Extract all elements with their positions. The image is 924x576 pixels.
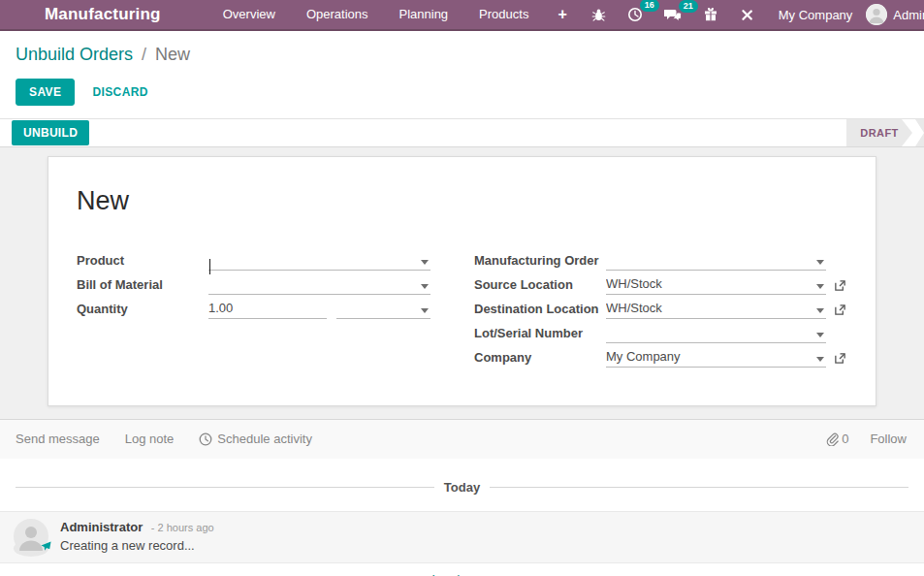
systray: 16 21 My Company (581, 4, 924, 25)
control-panel: Unbuild Orders / New SAVE DISCARD (0, 31, 924, 118)
message-avatar (14, 519, 48, 554)
quantity-value: 1.00 (208, 301, 327, 316)
note-plane-icon (41, 538, 51, 556)
gift-icon (703, 7, 718, 22)
quantity-field[interactable]: 1.00 (208, 301, 327, 319)
status-arrow-sliver (915, 119, 924, 146)
dropdown-caret-icon[interactable] (816, 308, 824, 313)
gift-button[interactable] (692, 7, 729, 22)
bill-of-material-label: Bill of Material (77, 277, 208, 295)
top-navbar: Manufacturing Overview Operations Planni… (0, 0, 924, 31)
chatter-right-tools: 0 Follow (826, 432, 908, 446)
field-row-company: Company My Company (474, 343, 847, 368)
plus-menu-button[interactable]: + (544, 6, 580, 23)
source-location-label: Source Location (474, 277, 606, 295)
field-row-lot-serial-number: Lot/Serial Number (474, 319, 847, 343)
form-column-left: Product Bill of Material Quantity (77, 246, 430, 368)
message-author[interactable]: Administrator (60, 520, 143, 534)
apps-grid-icon[interactable] (10, 7, 14, 23)
quantity-widget: 1.00 (208, 301, 430, 319)
activities-button[interactable]: 16 (617, 7, 653, 22)
date-divider-label: Today (434, 480, 490, 495)
send-message-button[interactable]: Send message (16, 432, 100, 446)
field-row-quantity: Quantity 1.00 (77, 295, 430, 319)
unbuild-button[interactable]: UNBUILD (12, 120, 89, 145)
tools-button[interactable] (729, 8, 765, 22)
field-row-product: Product (77, 246, 430, 271)
statusbar: UNBUILD DRAFT (0, 118, 924, 147)
menu-item-operations[interactable]: Operations (291, 0, 384, 30)
external-link-icon[interactable] (834, 304, 846, 316)
form-column-right: Manufacturing Order Source Location WH/S… (474, 246, 847, 368)
chatter: Send message Log note Schedule activity … (0, 419, 924, 576)
message: Administrator - 2 hours ago Creating a n… (0, 511, 924, 563)
lot-serial-number-field[interactable] (606, 333, 826, 343)
date-divider: Today (0, 480, 924, 495)
debug-button[interactable] (581, 8, 617, 22)
log-note-button[interactable]: Log note (125, 432, 175, 446)
uom-field[interactable] (336, 308, 430, 319)
menu-item-overview[interactable]: Overview (207, 0, 291, 30)
user-menu[interactable]: Administrator ( (866, 4, 924, 25)
log-note-label: Log note (125, 432, 175, 446)
chatter-toolbar: Send message Log note Schedule activity … (0, 419, 924, 459)
record-title: New (77, 186, 847, 216)
dropdown-caret-icon[interactable] (421, 308, 429, 313)
breadcrumb-unbuild-orders[interactable]: Unbuild Orders (16, 45, 133, 64)
dropdown-caret-icon[interactable] (816, 357, 824, 362)
external-link-icon[interactable] (834, 352, 846, 365)
message-body: Creating a new record... (60, 537, 214, 554)
status-badge-draft: DRAFT (846, 119, 912, 146)
tools-icon (740, 8, 754, 22)
schedule-activity-button[interactable]: Schedule activity (199, 432, 312, 446)
load-more-link[interactable]: Load more (0, 572, 924, 576)
messages-button[interactable]: 21 (653, 8, 692, 22)
menu-item-products[interactable]: Products (463, 0, 544, 30)
company-label: Company (474, 350, 606, 368)
company-value: My Company (606, 349, 812, 365)
app-title[interactable]: Manufacturing (45, 5, 161, 24)
manufacturing-order-field[interactable] (606, 260, 826, 271)
destination-location-label: Destination Location (474, 302, 606, 319)
follow-button[interactable]: Follow (870, 432, 907, 446)
breadcrumb-current: New (155, 45, 190, 64)
bill-of-material-field[interactable] (208, 284, 430, 295)
field-row-manufacturing-order: Manufacturing Order (474, 246, 847, 271)
source-location-value: WH/Stock (606, 276, 812, 292)
source-location-field[interactable]: WH/Stock (606, 276, 826, 295)
send-message-label: Send message (16, 432, 100, 446)
company-switcher[interactable]: My Company (765, 8, 867, 22)
quantity-label: Quantity (77, 302, 208, 319)
schedule-activity-label: Schedule activity (217, 432, 312, 446)
product-label: Product (77, 253, 208, 271)
dropdown-caret-icon[interactable] (421, 260, 429, 265)
dropdown-caret-icon[interactable] (421, 284, 429, 289)
product-field[interactable] (208, 260, 430, 271)
field-row-source-location: Source Location WH/Stock (474, 271, 847, 295)
external-link-icon[interactable] (834, 279, 846, 292)
message-content: Administrator - 2 hours ago Creating a n… (60, 519, 214, 554)
bug-icon (591, 8, 606, 22)
clock-icon (199, 432, 212, 446)
main-menu: Overview Operations Planning Products + (207, 0, 581, 30)
form-grid: Product Bill of Material Quantity (77, 246, 847, 368)
user-name: Administrator ( (893, 8, 924, 22)
form-sheet: New Product Bill of Material (48, 156, 876, 406)
discard-button[interactable]: DISCARD (92, 85, 147, 99)
form-view: New Product Bill of Material (0, 147, 924, 419)
attachments-button[interactable]: 0 (826, 432, 848, 446)
message-thread: Today Admi (0, 459, 924, 576)
lot-serial-number-label: Lot/Serial Number (474, 326, 606, 343)
destination-location-field[interactable]: WH/Stock (606, 301, 826, 319)
destination-location-value: WH/Stock (606, 301, 812, 316)
company-field[interactable]: My Company (606, 349, 826, 368)
dropdown-caret-icon[interactable] (816, 284, 824, 289)
menu-item-planning[interactable]: Planning (384, 0, 464, 30)
breadcrumb: Unbuild Orders / New (16, 42, 908, 67)
save-button[interactable]: SAVE (16, 79, 75, 106)
paperclip-icon (826, 432, 839, 446)
dropdown-caret-icon[interactable] (816, 260, 824, 265)
user-avatar (866, 4, 887, 25)
dropdown-caret-icon[interactable] (816, 333, 824, 337)
control-panel-buttons: SAVE DISCARD (16, 67, 908, 118)
